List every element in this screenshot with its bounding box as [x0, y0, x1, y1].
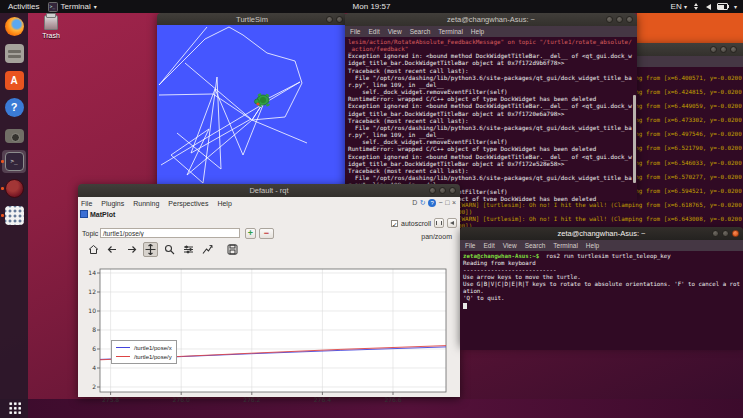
running-indicator	[1, 214, 4, 217]
rqt-titlebar[interactable]: Default - rqt	[78, 184, 460, 197]
minimize-button[interactable]	[710, 46, 717, 53]
svg-text:275.8: 275.8	[102, 396, 119, 403]
menu-item[interactable]: Running	[133, 200, 159, 207]
add-topic-button[interactable]: +	[245, 228, 256, 239]
terminal-line: 00])	[458, 209, 743, 216]
terminal-line: Use arrow keys to move the turtle.	[463, 274, 740, 281]
topic-input[interactable]: /turtle1/pose/y	[100, 228, 240, 238]
terminal-scrollbar[interactable]	[633, 95, 636, 183]
close-icon[interactable]: ×	[452, 199, 456, 207]
autoscroll-checkbox[interactable]: ✓	[391, 220, 398, 227]
terminal-teleop-titlebar[interactable]: zeta@changwhan-Asus: ~	[460, 227, 743, 240]
volume-icon[interactable]	[706, 4, 711, 10]
dock-item-ubuntu-software[interactable]: A	[0, 67, 28, 94]
minimize-button[interactable]	[606, 16, 613, 23]
shell-command: ros2 run turtlesim turtle_teleop_key	[539, 253, 671, 259]
chart-legend: /turtle1/pose/x /turtle1/pose/y	[111, 340, 177, 364]
terminal-main-titlebar[interactable]: zeta@changwhan-Asus: ~	[345, 13, 637, 26]
close-button[interactable]	[449, 187, 456, 194]
terminal-line: RuntimeError: wrapped C/C++ object of ty…	[348, 96, 634, 103]
maximize-button[interactable]	[439, 187, 446, 194]
network-icon[interactable]	[693, 3, 700, 10]
menu-item[interactable]: File	[465, 242, 475, 249]
menu-item[interactable]: Plugins	[101, 200, 124, 207]
turtlesim-titlebar[interactable]: TurtleSim	[157, 13, 347, 25]
minimize-button[interactable]	[326, 16, 333, 23]
menu-item[interactable]: Help	[217, 200, 231, 207]
save-icon[interactable]	[225, 242, 240, 257]
dock-item-screenshot[interactable]	[0, 121, 28, 148]
plugin-title: MatPlot	[90, 211, 115, 218]
dock-item-firefox[interactable]	[0, 13, 28, 40]
subplots-icon[interactable]	[181, 242, 196, 257]
terminal-line: Traceback (most recent call last):	[348, 68, 634, 75]
clear-icon	[450, 221, 454, 225]
clear-button[interactable]	[447, 218, 457, 228]
turtlesim-title: TurtleSim	[236, 15, 268, 24]
turtlesim-window[interactable]: TurtleSim	[157, 13, 347, 185]
keyboard-indicator[interactable]: EN ▾	[671, 2, 687, 11]
menu-item[interactable]: Terminal	[553, 242, 578, 249]
terminal-line: r.py", line 109, in __del__	[348, 132, 634, 139]
close-button[interactable]	[730, 46, 737, 53]
minimize-button[interactable]	[429, 187, 436, 194]
system-menu-chevron-icon[interactable]: ▾	[734, 3, 737, 10]
menu-item[interactable]: Perspectives	[168, 200, 208, 207]
remove-topic-button[interactable]: −	[259, 228, 274, 239]
float-icon[interactable]: □	[445, 199, 449, 207]
minimize-icon[interactable]: −	[439, 199, 443, 207]
reload-icon[interactable]: ↻	[420, 199, 426, 207]
trash-shortcut[interactable]: Trash	[36, 15, 66, 39]
home-icon[interactable]	[86, 242, 101, 257]
menu-item[interactable]: Edit	[483, 242, 494, 249]
terminal-line: idget_title_bar.DockWidgetTitleBar objec…	[348, 111, 634, 118]
clock[interactable]: Mon 19:57	[0, 2, 743, 11]
customize-icon[interactable]	[200, 242, 215, 257]
maximize-button[interactable]	[616, 16, 623, 23]
svg-text:8: 8	[92, 326, 96, 333]
terminal-line: Use G|B|V|C|D|E|R|T keys to rotate to ab…	[463, 281, 740, 288]
pan-icon[interactable]	[143, 242, 158, 257]
help-icon[interactable]: ?	[428, 199, 436, 207]
terminal-window-main[interactable]: zeta@changwhan-Asus: ~ FileEditViewSearc…	[345, 13, 637, 197]
dock-item-files[interactable]	[0, 40, 28, 67]
menu-item[interactable]: Help	[586, 242, 599, 249]
menu-item[interactable]: Search	[410, 28, 431, 35]
close-button[interactable]	[732, 230, 739, 237]
menu-item[interactable]: Edit	[368, 28, 379, 35]
menu-item[interactable]: File	[350, 28, 360, 35]
back-icon[interactable]	[105, 242, 120, 257]
menu-item[interactable]: Terminal	[438, 28, 463, 35]
maximize-button[interactable]	[722, 230, 729, 237]
close-button[interactable]	[626, 16, 633, 23]
terminal-window-teleop[interactable]: zeta@changwhan-Asus: ~ FileEditViewSearc…	[460, 227, 743, 345]
maximize-button[interactable]	[720, 46, 727, 53]
menu-item[interactable]: File	[81, 200, 92, 207]
dock-item-white-grid-app[interactable]	[0, 202, 28, 229]
minimize-button[interactable]	[712, 230, 719, 237]
dock-item-help[interactable]: ?	[0, 94, 28, 121]
show-applications-icon[interactable]	[8, 401, 21, 414]
rqt-window[interactable]: Default - rqt FilePluginsRunningPerspect…	[78, 184, 460, 397]
close-button[interactable]	[336, 16, 343, 23]
rqt-menubar: FilePluginsRunningPerspectivesHelp	[81, 198, 232, 208]
help-icon: ?	[5, 98, 24, 117]
terminal-line: lesim/action/RotateAbsolute_FeedbackMess…	[348, 39, 634, 46]
rqt-dock-widget-buttons: D ↻ ? − □ ×	[412, 198, 456, 207]
dock-item-terminal[interactable]: >_	[0, 148, 28, 175]
plot-canvas[interactable]: 275.8276.0276.2276.4276.62468101214 /tur…	[84, 259, 454, 405]
svg-text:276.6: 276.6	[384, 396, 401, 403]
zoom-icon[interactable]	[162, 242, 177, 257]
menu-item[interactable]: View	[503, 242, 517, 249]
menu-item[interactable]: Help	[471, 28, 484, 35]
running-indicator	[1, 160, 4, 163]
menu-item[interactable]: View	[388, 28, 402, 35]
forward-icon[interactable]	[124, 242, 139, 257]
dock-d-icon[interactable]: D	[412, 199, 417, 207]
menu-item[interactable]: Search	[525, 242, 546, 249]
terminal-line: RuntimeError: wrapped C/C++ object of ty…	[348, 146, 634, 153]
terminal-line: Traceback (most recent call last):	[348, 118, 634, 125]
dock-item-red-circle-app[interactable]	[0, 175, 28, 202]
pause-button[interactable]	[434, 218, 444, 228]
battery-icon[interactable]	[717, 3, 728, 10]
